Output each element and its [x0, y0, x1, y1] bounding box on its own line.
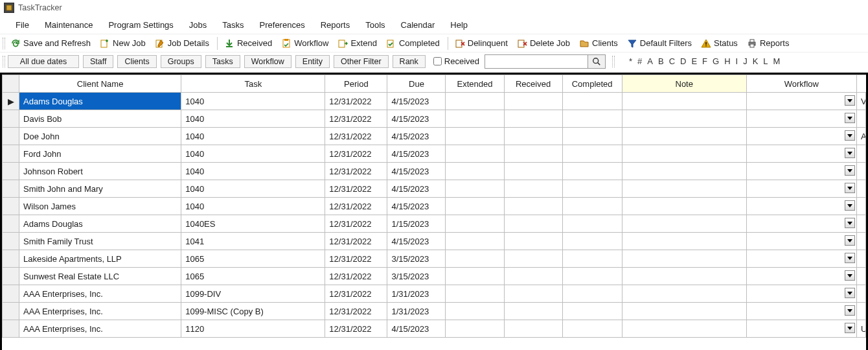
cell-task[interactable]: 1040: [181, 128, 325, 145]
cell-client[interactable]: Johnson Robert: [19, 163, 181, 180]
workflow-dropdown-icon[interactable]: [845, 323, 855, 333]
cell-note[interactable]: [622, 285, 746, 303]
cell-workflow[interactable]: [746, 320, 856, 338]
filter-other-filter-button[interactable]: Other Filter: [334, 55, 389, 68]
alpha-A[interactable]: A: [645, 56, 656, 66]
cell-client[interactable]: Wilson James: [19, 198, 181, 215]
menu-jobs[interactable]: Jobs: [181, 18, 214, 32]
menu-tasks[interactable]: Tasks: [214, 18, 251, 32]
row-header[interactable]: [3, 145, 19, 163]
cell-extended[interactable]: [446, 110, 504, 128]
cell-completed[interactable]: [562, 180, 622, 198]
col-period[interactable]: Period: [325, 75, 387, 93]
cell-task[interactable]: 1040: [181, 93, 325, 110]
cell-received[interactable]: [504, 250, 562, 268]
filter-groups-button[interactable]: Groups: [161, 55, 201, 68]
cell-extended[interactable]: [446, 285, 504, 303]
cell-received[interactable]: [504, 180, 562, 198]
cell-period[interactable]: 12/31/2022: [325, 93, 387, 110]
cell-due[interactable]: 1/15/2023: [387, 215, 446, 233]
delete-job-button[interactable]: Delete Job: [513, 37, 574, 50]
extend-button[interactable]: Extend: [334, 37, 380, 50]
table-row[interactable]: ▶Adams Douglas104012/31/20224/15/2023V: [3, 93, 866, 110]
menu-tools[interactable]: Tools: [358, 18, 393, 32]
cell-period[interactable]: 12/31/2022: [325, 215, 387, 233]
workflow-dropdown-icon[interactable]: [845, 218, 855, 228]
table-row[interactable]: Johnson Robert104012/31/20224/15/2023: [3, 163, 866, 180]
status-button[interactable]: Status: [697, 37, 742, 50]
row-header[interactable]: [3, 110, 19, 128]
cell-workflow[interactable]: [746, 303, 856, 320]
row-header[interactable]: [3, 128, 19, 145]
workflow-dropdown-icon[interactable]: [845, 183, 855, 193]
cell-due[interactable]: 4/15/2023: [387, 320, 446, 338]
cell-extended[interactable]: [446, 303, 504, 320]
delinquent-button[interactable]: Delinquent: [451, 37, 512, 50]
received-button[interactable]: Received: [220, 37, 276, 50]
cell-period[interactable]: 12/31/2022: [325, 163, 387, 180]
table-row[interactable]: AAA Enterprises, Inc.1099-DIV12/31/20221…: [3, 285, 866, 303]
filter-workflow-button[interactable]: Workflow: [244, 55, 291, 68]
cell-due[interactable]: 4/15/2023: [387, 110, 446, 128]
cell-client[interactable]: AAA Enterprises, Inc.: [19, 285, 181, 303]
cell-note[interactable]: [622, 128, 746, 145]
cell-due[interactable]: 4/15/2023: [387, 163, 446, 180]
alpha-K[interactable]: K: [750, 56, 761, 66]
alpha-I[interactable]: I: [733, 56, 741, 66]
cell-client[interactable]: Sunwest Real Estate LLC: [19, 268, 181, 285]
table-row[interactable]: Smith John and Mary104012/31/20224/15/20…: [3, 180, 866, 198]
clients-button[interactable]: Clients: [575, 37, 622, 50]
cell-period[interactable]: 12/31/2022: [325, 303, 387, 320]
cell-workflow[interactable]: [746, 163, 856, 180]
filter-entity-button[interactable]: Entity: [295, 55, 330, 68]
cell-period[interactable]: 12/31/2022: [325, 320, 387, 338]
cell-extended[interactable]: [446, 250, 504, 268]
cell-period[interactable]: 12/31/2022: [325, 233, 387, 250]
row-header[interactable]: ▶: [3, 93, 19, 110]
cell-due[interactable]: 4/15/2023: [387, 198, 446, 215]
row-header[interactable]: [3, 233, 19, 250]
cell-due[interactable]: 4/15/2023: [387, 145, 446, 163]
row-header[interactable]: [3, 320, 19, 338]
cell-note[interactable]: [622, 145, 746, 163]
row-header[interactable]: [3, 285, 19, 303]
cell-client[interactable]: AAA Enterprises, Inc.: [19, 320, 181, 338]
cell-note[interactable]: [622, 215, 746, 233]
workflow-dropdown-icon[interactable]: [845, 130, 855, 141]
menu-maintenance[interactable]: Maintenance: [37, 18, 100, 32]
new-job-button[interactable]: New Job: [96, 37, 150, 50]
workflow-dropdown-icon[interactable]: [845, 270, 855, 281]
cell-received[interactable]: [504, 145, 562, 163]
filter-clients-button[interactable]: Clients: [117, 55, 156, 68]
cell-extended[interactable]: [446, 163, 504, 180]
cell-received[interactable]: [504, 198, 562, 215]
cell-extended[interactable]: [446, 215, 504, 233]
received-checkbox[interactable]: Received: [431, 55, 479, 67]
col-extended[interactable]: Extended: [446, 75, 504, 93]
cell-completed[interactable]: [562, 285, 622, 303]
cell-completed[interactable]: [562, 198, 622, 215]
job-details-button[interactable]: Job Details: [151, 37, 213, 50]
filter-staff-button[interactable]: Staff: [83, 55, 113, 68]
cell-note[interactable]: [622, 163, 746, 180]
cell-task[interactable]: 1065: [181, 268, 325, 285]
cell-client[interactable]: Adams Douglas: [19, 215, 181, 233]
cell-task[interactable]: 1040: [181, 145, 325, 163]
row-header[interactable]: [3, 303, 19, 320]
workflow-dropdown-icon[interactable]: [845, 305, 855, 316]
col-received[interactable]: Received: [504, 75, 562, 93]
workflow-dropdown-icon[interactable]: [845, 235, 855, 246]
cell-client[interactable]: AAA Enterprises, Inc.: [19, 303, 181, 320]
cell-note[interactable]: [622, 233, 746, 250]
table-row[interactable]: AAA Enterprises, Inc.112012/31/20224/15/…: [3, 320, 866, 338]
table-row[interactable]: Lakeside Apartments, LLP106512/31/20223/…: [3, 250, 866, 268]
received-checkbox-input[interactable]: [433, 57, 442, 65]
cell-extended[interactable]: [446, 198, 504, 215]
cell-received[interactable]: [504, 303, 562, 320]
cell-client[interactable]: Adams Douglas: [19, 93, 181, 110]
cell-task[interactable]: 1040: [181, 198, 325, 215]
cell-workflow[interactable]: [746, 110, 856, 128]
cell-note[interactable]: [622, 180, 746, 198]
cell-completed[interactable]: [562, 233, 622, 250]
table-row[interactable]: AAA Enterprises, Inc.1099-MISC (Copy B)1…: [3, 303, 866, 320]
